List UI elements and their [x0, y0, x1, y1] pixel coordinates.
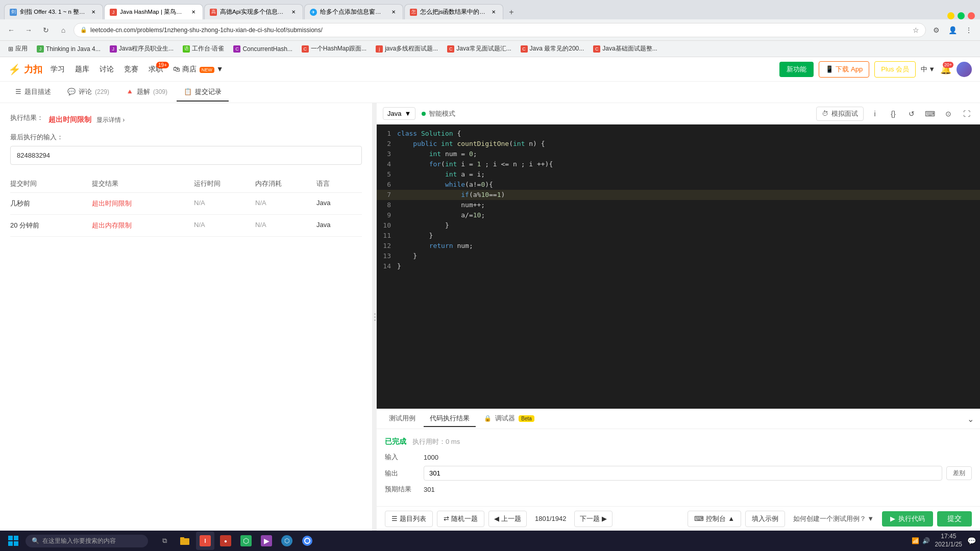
terminal-icon[interactable]: ⌨ [923, 107, 937, 121]
new-feature-button[interactable]: 新功能 [779, 62, 814, 77]
extensions-icon[interactable]: ⚙ [929, 23, 943, 37]
result-status-row: 执行结果： 超出时间限制 显示详情 › [10, 113, 362, 127]
tab-submissions[interactable]: 📋 提交记录 [177, 83, 229, 102]
nav-contest[interactable]: 竞赛 [124, 65, 138, 74]
taskbar-time[interactable]: 17:45 2021/1/25 [935, 533, 962, 548]
submit-button[interactable]: 提交 [937, 511, 972, 527]
forward-button[interactable]: → [21, 23, 36, 37]
tab-close-5[interactable]: ✕ [489, 8, 498, 16]
expand-icon[interactable]: ⌄ [967, 414, 974, 424]
user-avatar[interactable] [957, 62, 972, 77]
notification-center-icon[interactable]: 💬 [967, 537, 976, 545]
bookmark-8[interactable]: C Java基础面试题整... [589, 43, 661, 55]
taskbar-search[interactable]: 🔍 在这里输入你要搜索的内容 [26, 535, 148, 547]
menu-icon[interactable]: ⋮ [962, 23, 976, 37]
run-code-button[interactable]: ▶ 执行代码 [882, 511, 933, 527]
tab-debugger[interactable]: 🔒 调试器 Beta [478, 411, 541, 427]
bookmark-star-icon[interactable]: ☆ [913, 26, 919, 34]
account-icon[interactable]: 👤 [945, 23, 960, 37]
download-app-button[interactable]: 📱 下载 App [819, 61, 869, 78]
taskbar-app-1[interactable]: I [196, 532, 214, 550]
random-button[interactable]: ⇄ 随机一题 [437, 511, 484, 527]
top-nav: ⚡ 力扣 学习 题库 讨论 竞赛 求职19+ 🛍 商店 NEW ▼ 新功能 📱 … [0, 57, 980, 82]
fill-example-button[interactable]: 填入示例 [745, 511, 785, 527]
diff-button[interactable]: 差别 [946, 466, 972, 480]
taskbar-app-4[interactable]: ▶ [257, 532, 276, 550]
tab-code-result[interactable]: 代码执行结果 [424, 411, 476, 427]
tab-close-4[interactable]: ✕ [389, 8, 398, 16]
fullscreen-icon[interactable]: ⛶ [960, 107, 974, 121]
language-dropdown[interactable]: Java ▼ [383, 107, 415, 120]
maximize-button[interactable] [958, 12, 965, 19]
bookmark-2[interactable]: 语 工作台·语雀 [179, 43, 228, 55]
mock-interview-button[interactable]: ⏱ 模拟面试 [816, 107, 864, 121]
smart-mode-toggle[interactable]: 智能模式 [422, 109, 455, 118]
browser-tab-4[interactable]: ✈ 给多个点添加信息窗体-信息窗体... ✕ [304, 4, 403, 19]
info-icon[interactable]: i [868, 107, 882, 121]
submission-status-1[interactable]: 超出内存限制 [92, 221, 194, 230]
browser-tab-1[interactable]: 剑 剑指 Offer 43. 1 ~ n 整数中 1 出... ✕ [4, 4, 103, 19]
bookmark-0[interactable]: J Thinking in Java 4... [33, 44, 105, 54]
right-panel: Java ▼ 智能模式 ⏱ 模拟面试 i [377, 103, 980, 531]
settings-icon[interactable]: ⊙ [941, 107, 955, 121]
taskbar-app-2[interactable]: ● [216, 532, 235, 550]
bookmark-1[interactable]: J Java程序员职业生... [106, 43, 178, 55]
how-to-button[interactable]: 如何创建一个测试用例？ ▼ [789, 511, 878, 527]
nav-shop[interactable]: 🛍 商店 NEW ▼ [173, 65, 224, 74]
address-url: leetcode-cn.com/problems/1nzheng-shu-zho… [90, 27, 910, 34]
tab-comments[interactable]: 💬 评论 (229) [60, 83, 116, 102]
panel-divider[interactable] [373, 103, 377, 531]
browser-tab-5[interactable]: 怎 怎么把js函数结果中的图片地址... ✕ [404, 4, 503, 19]
taskbar-task-view[interactable]: ⧉ [155, 532, 174, 550]
nav-learn[interactable]: 学习 [51, 65, 65, 74]
minimize-button[interactable] [947, 12, 954, 19]
prev-problem-button[interactable]: ◀ 上一题 [488, 511, 527, 527]
language-selector[interactable]: 中 ▼ [921, 65, 935, 74]
code-format-icon[interactable]: {} [886, 107, 900, 121]
tab-description[interactable]: ☰ 题目描述 [8, 83, 58, 102]
nav-discuss[interactable]: 讨论 [100, 65, 114, 74]
taskbar-app-3[interactable]: ⬡ [237, 532, 255, 550]
nav-right: 新功能 📱 下载 App Plus 会员 中 ▼ 🔔 20+ [779, 61, 972, 78]
tab-close-3[interactable]: ✕ [289, 8, 298, 16]
browser-tab-2[interactable]: J Java HashMap | 菜鸟教程 ✕ [104, 4, 203, 19]
console-button[interactable]: ⌨ 控制台 ▲ [688, 511, 741, 527]
refresh-button[interactable]: ↻ [39, 23, 53, 37]
logo[interactable]: ⚡ 力扣 [8, 63, 42, 76]
bookmark-7[interactable]: C Java 最常见的200... [517, 43, 589, 55]
tab-test-cases[interactable]: 测试用例 [383, 411, 422, 427]
submission-status-0[interactable]: 超出时间限制 [92, 199, 194, 208]
problem-list-button[interactable]: ☰ 题目列表 [385, 511, 433, 527]
network-icon[interactable]: 📶 [912, 537, 919, 544]
svg-rect-2 [8, 541, 13, 546]
bookmark-apps[interactable]: ⊞ 应用 [4, 43, 32, 55]
next-problem-button[interactable]: 下一题 ▶ [574, 511, 612, 527]
bookmark-3[interactable]: C ConcurrentHash... [229, 44, 296, 54]
close-button[interactable] [968, 12, 975, 19]
taskbar-chrome[interactable] [298, 532, 316, 550]
code-area[interactable]: 1class Solution {2 public int countDigit… [377, 124, 980, 409]
tab-close-1[interactable]: ✕ [89, 8, 97, 16]
plus-member-button[interactable]: Plus 会员 [874, 61, 916, 78]
home-button[interactable]: ⌂ [56, 23, 70, 37]
nav-jobs[interactable]: 求职19+ [149, 65, 163, 74]
bookmark-5[interactable]: j java多线程面试题... [372, 43, 442, 55]
new-tab-button[interactable]: + [504, 5, 519, 19]
bookmark-6[interactable]: C Java常见面试题汇... [443, 43, 515, 55]
tab-close-2[interactable]: ✕ [189, 8, 198, 16]
tab-solutions[interactable]: 🔺 题解 (309) [118, 83, 175, 102]
page-indicator: 1801/1942 [531, 515, 570, 522]
result-detail-link[interactable]: 显示详情 › [96, 116, 125, 124]
start-button[interactable] [4, 532, 22, 550]
reset-icon[interactable]: ↺ [904, 107, 919, 121]
nav-problems[interactable]: 题库 [75, 65, 89, 74]
bookmark-4[interactable]: C 一个HashMap跟面... [298, 43, 371, 55]
back-button[interactable]: ← [4, 23, 18, 37]
taskbar-file-explorer[interactable] [176, 532, 194, 550]
apps-icon: ⊞ [8, 45, 13, 53]
taskbar-app-5[interactable]: ⬡ [278, 532, 296, 550]
notification-icon[interactable]: 🔔 20+ [940, 64, 951, 75]
address-box[interactable]: 🔒 leetcode-cn.com/problems/1nzheng-shu-z… [74, 23, 926, 37]
browser-tab-3[interactable]: 高 高德Api实现多个信息窗口_百度... ✕ [204, 4, 303, 19]
volume-icon[interactable]: 🔊 [922, 537, 930, 544]
